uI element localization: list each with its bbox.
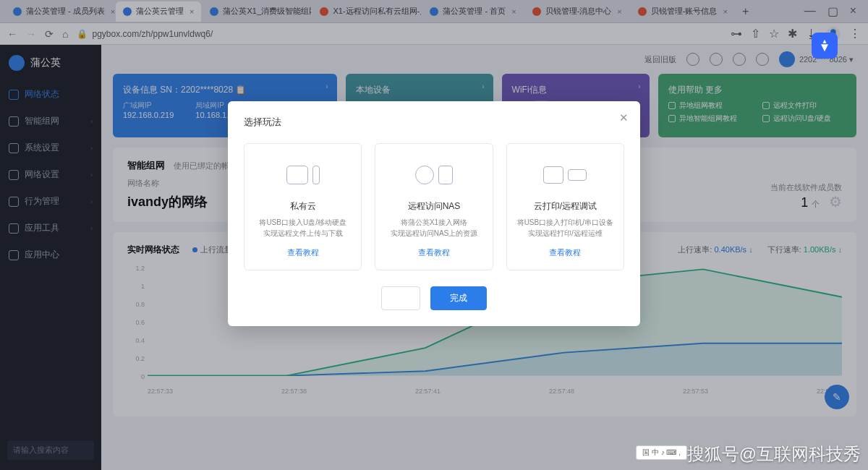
close-icon[interactable]: ✕: [619, 111, 629, 124]
floating-badge-icon: [812, 33, 838, 59]
choose-play-modal: ✕ 选择玩法 私有云 将USB口接入U盘/移动硬盘实现远程文件上传与下载 查看教…: [228, 101, 640, 326]
nas-icon: [438, 166, 453, 184]
usb-icon: [312, 166, 320, 184]
watermark: 搜狐号@互联网科技秀: [687, 443, 861, 466]
ok-button[interactable]: 完成: [430, 286, 487, 310]
tutorial-link[interactable]: 查看教程: [287, 247, 319, 258]
modal-title: 选择玩法: [244, 116, 624, 129]
dial-icon: [415, 166, 434, 184]
tutorial-link[interactable]: 查看教程: [418, 247, 450, 258]
ime-bar[interactable]: 国 中 ♪ ⌨ ,: [636, 445, 687, 460]
printer-icon: [543, 166, 563, 184]
serial-icon: [568, 169, 587, 181]
option-private-cloud[interactable]: 私有云 将USB口接入U盘/移动硬盘实现远程文件上传与下载 查看教程: [244, 143, 362, 270]
cloud-icon: [286, 166, 308, 184]
cancel-button[interactable]: [381, 286, 420, 310]
tutorial-link[interactable]: 查看教程: [549, 247, 581, 258]
option-remote-nas[interactable]: 远程访问NAS 将蒲公英X1接入网络实现远程访问NAS上的资源 查看教程: [375, 143, 493, 270]
option-cloud-print[interactable]: 云打印/远程调试 将USB口接入打印机/串口设备实现远程打印/远程运维 查看教程: [506, 143, 624, 270]
modal-overlay[interactable]: ✕ 选择玩法 私有云 将USB口接入U盘/移动硬盘实现远程文件上传与下载 查看教…: [0, 0, 868, 470]
